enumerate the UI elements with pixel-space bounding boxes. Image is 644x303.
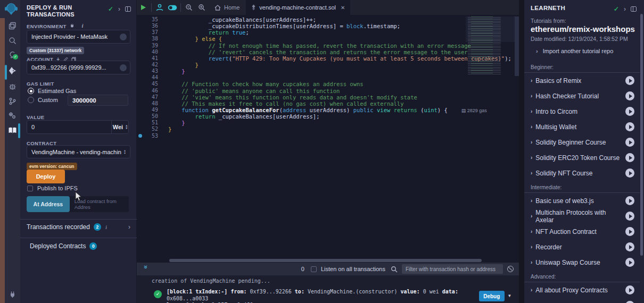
tutorial-item[interactable]: ›Multichain Protocols with Axelar (524, 208, 640, 224)
code-line[interactable]: 40 // 'revert' cancels the transaction a… (137, 49, 519, 55)
import-repo-link[interactable]: › Import another tutorial repo (536, 48, 613, 54)
learneth-book-icon[interactable] (7, 125, 18, 136)
gutter[interactable] (137, 62, 144, 68)
play-icon[interactable] (625, 258, 634, 267)
gutter[interactable] (137, 43, 144, 49)
code-line[interactable]: 35 _cupcakeBalances[userAddress]++; (137, 16, 519, 23)
gutter[interactable] (137, 36, 144, 42)
play-icon[interactable] (625, 122, 634, 131)
tutorial-item[interactable]: ›Multisig Wallet (524, 119, 640, 134)
code-line[interactable]: 50 return _cupcakeBalances[userAddress]; (137, 113, 519, 120)
at-address-button[interactable]: At Address (27, 196, 70, 212)
code-line[interactable]: 49 function getCupcakeBalanceFor(address… (137, 107, 519, 113)
learneth-scrollbar[interactable] (640, 14, 643, 256)
tutorial-item[interactable]: ›Basic use of web3.js (524, 193, 640, 208)
environment-select[interactable]: Injected Provider - MetaMask (27, 30, 130, 44)
tutorial-item[interactable]: ›Basics of Remix (524, 73, 640, 88)
tutorial-item[interactable]: ›Recorder (524, 239, 640, 255)
code-line[interactable]: 48 // This makes it free to call (no gas… (137, 100, 519, 107)
info-icon[interactable]: i (82, 22, 84, 29)
code-line[interactable]: 42 } (137, 62, 519, 68)
copilot-toggle-icon[interactable] (166, 0, 179, 15)
tutorial-item[interactable]: ›NFT Auction Contract (524, 224, 640, 239)
code-line[interactable]: 36 _cupcakeDistributionTimes[userAddress… (137, 23, 519, 29)
deployed-contracts-row[interactable]: Deployed Contracts 0 (30, 242, 97, 250)
run-script-button[interactable] (137, 0, 150, 15)
learneth-chevron-icon[interactable]: › (624, 5, 626, 13)
contract-select[interactable]: VendingMachine - vending-machin ▴▾ (27, 145, 130, 158)
play-icon[interactable] (625, 196, 634, 205)
play-icon[interactable] (625, 242, 634, 251)
play-icon[interactable] (625, 301, 634, 303)
code-editor[interactable]: 35 _cupcakeBalances[userAddress]++;36 _c… (137, 15, 519, 258)
play-icon[interactable] (625, 212, 634, 221)
panel-chevron-icon[interactable]: › (118, 5, 120, 13)
debugger-icon[interactable] (7, 81, 18, 91)
terminal-tx-entry[interactable]: ✓ [block:1 txIndex:-] from: 0xf39...9226… (137, 289, 519, 303)
listen-all-checkbox[interactable] (311, 266, 317, 272)
play-icon[interactable] (625, 91, 634, 100)
gutter[interactable] (137, 113, 144, 120)
gutter[interactable] (137, 120, 144, 126)
tab-home[interactable]: Home (208, 0, 246, 15)
tutorial-item[interactable]: ›All about Proxy Contracts (524, 282, 640, 298)
value-input[interactable] (27, 124, 111, 130)
code-line[interactable]: 41 revert("HTTP 429: Too Many Cupcakes (… (137, 55, 519, 62)
code-line[interactable]: 44 (137, 74, 519, 81)
gutter[interactable] (137, 49, 144, 55)
account-copy-icon[interactable] (120, 64, 127, 71)
transactions-expand-icon[interactable]: › (128, 223, 130, 231)
tutorial-item[interactable]: ›Hash Checker Tutorial (524, 88, 640, 104)
gutter[interactable] (137, 100, 144, 107)
terminal-filter-input[interactable] (402, 264, 503, 274)
editor-horizontal-scrollbar[interactable] (137, 258, 519, 263)
gutter[interactable] (137, 81, 144, 87)
code-line[interactable]: 46 // 'public' means anyone can call thi… (137, 88, 519, 94)
learneth-layout-icon[interactable] (631, 6, 637, 12)
tutorial-item[interactable]: ›Solidity ERC20 Token Course (524, 150, 640, 165)
play-icon[interactable] (625, 227, 634, 236)
stepper-icon[interactable]: ▴▾ (126, 124, 127, 130)
code-line[interactable]: 39 // If not enough time has passed, rev… (137, 43, 519, 49)
remix-logo-icon[interactable] (4, 2, 19, 16)
editor-vertical-scrollbar[interactable] (515, 16, 519, 76)
gutter[interactable] (137, 23, 144, 29)
play-icon[interactable] (625, 153, 634, 162)
deploy-run-icon[interactable] (7, 65, 18, 76)
play-icon[interactable] (625, 169, 634, 178)
tutorial-item[interactable]: ›Intro to Circom (524, 104, 640, 119)
minimap[interactable] (468, 16, 514, 75)
zoom-in-icon[interactable] (195, 0, 208, 15)
search-icon[interactable] (7, 35, 18, 46)
git-branch-icon[interactable] (7, 96, 18, 106)
transactions-recorded-row[interactable]: Transactions recorded 2 i › (27, 223, 130, 231)
gutter[interactable] (137, 16, 144, 23)
gutter[interactable] (137, 74, 144, 81)
code-line[interactable]: 52} (137, 126, 519, 132)
deploy-button[interactable]: Deploy (27, 170, 65, 183)
value-unit-select[interactable]: Wei ▴▾ (111, 121, 128, 133)
estimated-gas-radio[interactable] (28, 88, 34, 94)
terminal-collapse-icon[interactable]: » (142, 265, 150, 273)
publish-ipfs-checkbox[interactable] (27, 186, 33, 191)
gutter[interactable] (137, 88, 144, 94)
play-icon[interactable] (625, 107, 634, 116)
play-icon[interactable] (625, 76, 634, 85)
play-icon[interactable] (625, 285, 634, 294)
tx-expand-icon[interactable]: ▾ (508, 292, 511, 299)
clear-terminal-icon[interactable] (507, 266, 514, 272)
tab-active-file[interactable]: vending-machine-contract.sol ✕ (246, 0, 350, 15)
gutter[interactable] (137, 29, 144, 36)
code-line[interactable]: 51 } (137, 120, 519, 126)
tutorial-item[interactable]: ›Solidity Beginner Course (524, 134, 640, 150)
custom-gas-input[interactable] (68, 95, 128, 106)
gutter[interactable] (137, 68, 144, 74)
zoom-out-icon[interactable] (183, 0, 195, 15)
code-line[interactable]: 43 } (137, 68, 519, 74)
file-explorer-icon[interactable] (7, 20, 18, 31)
tutorial-item[interactable]: ›Deploy with Libraries (524, 298, 640, 303)
gutter[interactable] (137, 55, 144, 62)
ai-assistant-icon[interactable] (153, 0, 166, 15)
debug-button[interactable]: Debug (479, 291, 505, 301)
settings-gears-icon[interactable] (7, 110, 18, 121)
